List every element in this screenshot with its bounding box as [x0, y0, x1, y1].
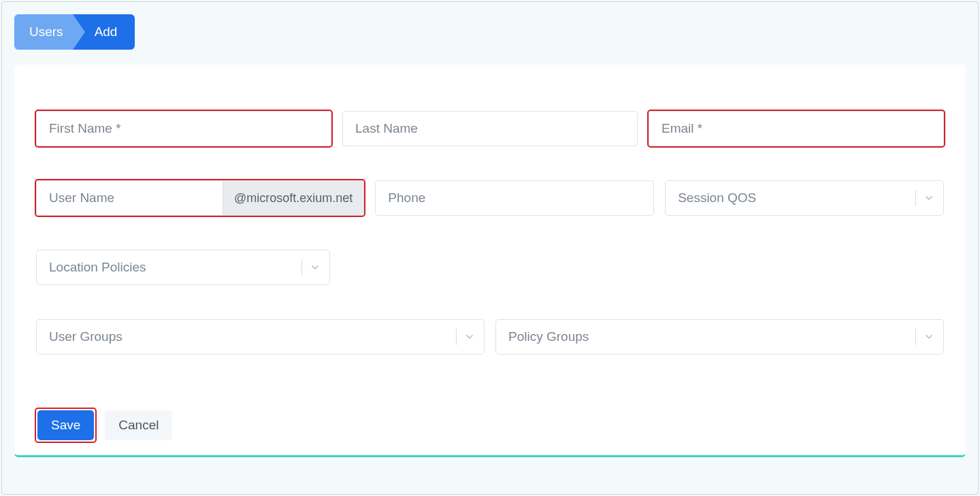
- chevron-down-icon: [923, 192, 935, 204]
- chevron-down-icon: [463, 331, 476, 343]
- select-separator: [915, 329, 916, 345]
- chevron-down-icon: [309, 261, 321, 274]
- email-field-wrap: [649, 111, 944, 146]
- form-row-1: [36, 111, 944, 146]
- form-row-2: @microsoft.exium.net Session QOS: [36, 180, 944, 216]
- breadcrumb-users[interactable]: Users: [14, 14, 73, 50]
- form-row-3: Location Policies: [36, 250, 944, 285]
- page-container: Users Add @microsoft.exium.net: [1, 1, 979, 495]
- session-qos-indicator: [915, 190, 935, 206]
- user-groups-placeholder: User Groups: [49, 329, 122, 344]
- breadcrumb: Users Add: [14, 14, 966, 50]
- form-row-4: User Groups Policy Groups: [36, 319, 944, 354]
- first-name-field[interactable]: [36, 111, 331, 146]
- save-button[interactable]: Save: [37, 410, 94, 440]
- user-groups-select[interactable]: User Groups: [36, 319, 485, 354]
- first-name-field-wrap: [36, 111, 331, 146]
- policy-groups-field-wrap: Policy Groups: [495, 319, 944, 354]
- policy-groups-placeholder: Policy Groups: [508, 329, 589, 344]
- user-name-domain-suffix: @microsoft.exium.net: [223, 181, 363, 215]
- breadcrumb-users-label: Users: [29, 24, 63, 39]
- session-qos-select[interactable]: Session QOS: [665, 180, 944, 216]
- breadcrumb-add-label: Add: [95, 24, 118, 39]
- cancel-button[interactable]: Cancel: [105, 410, 172, 440]
- user-name-input-group: @microsoft.exium.net: [36, 180, 364, 216]
- last-name-field-wrap: [342, 111, 638, 146]
- form-card: @microsoft.exium.net Session QOS: [14, 65, 966, 457]
- location-policies-select[interactable]: Location Policies: [36, 250, 330, 285]
- user-name-field-wrap: @microsoft.exium.net: [36, 180, 364, 216]
- select-separator: [456, 329, 457, 345]
- user-groups-field-wrap: User Groups: [36, 319, 485, 354]
- cancel-button-wrap: Cancel: [103, 409, 174, 442]
- session-qos-placeholder: Session QOS: [678, 191, 756, 205]
- user-groups-indicator: [456, 329, 476, 345]
- select-separator: [301, 259, 302, 276]
- session-qos-field-wrap: Session QOS: [665, 180, 944, 216]
- last-name-field[interactable]: [342, 111, 638, 146]
- select-separator: [915, 190, 916, 206]
- save-button-wrap: Save: [36, 409, 95, 442]
- phone-field[interactable]: [375, 180, 654, 216]
- location-policies-placeholder: Location Policies: [49, 260, 146, 275]
- chevron-down-icon: [923, 331, 935, 343]
- location-policies-field-wrap: Location Policies: [36, 250, 330, 285]
- email-field[interactable]: [649, 111, 944, 146]
- user-name-field[interactable]: [37, 181, 223, 215]
- policy-groups-select[interactable]: Policy Groups: [495, 319, 944, 354]
- location-policies-indicator: [301, 259, 321, 276]
- phone-field-wrap: [375, 180, 654, 216]
- form-actions: Save Cancel: [36, 409, 964, 442]
- policy-groups-indicator: [915, 329, 935, 345]
